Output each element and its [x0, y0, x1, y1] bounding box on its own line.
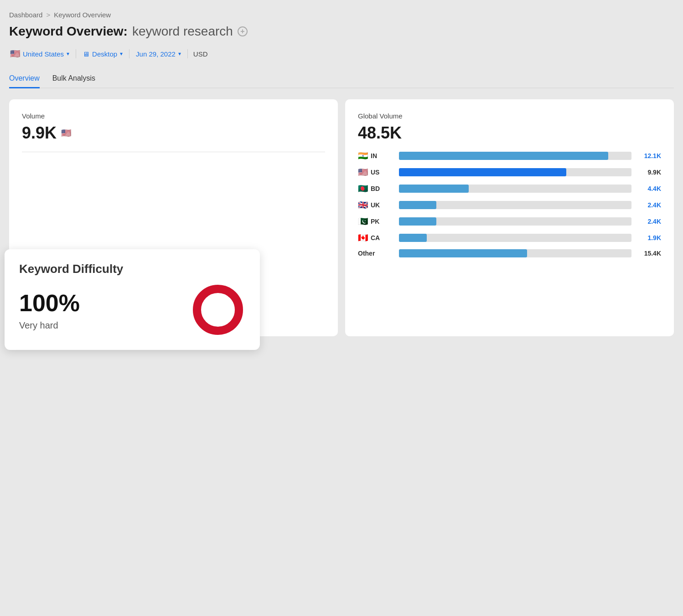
country-row: 🇨🇦CA1.9K — [358, 233, 661, 243]
volume-label: Volume — [22, 112, 325, 120]
bar-container-pk — [399, 217, 631, 226]
bar-fill-pk — [399, 217, 436, 226]
country-value-bd: 4.4K — [636, 185, 661, 192]
bar-container-bd — [399, 185, 631, 193]
page-title-prefix: Keyword Overview: — [9, 24, 128, 39]
global-volume-value: 48.5K — [358, 123, 661, 143]
flag-code-in: 🇮🇳IN — [358, 151, 394, 161]
bar-fill-uk — [399, 201, 436, 209]
volume-card: Volume 9.9K 🇺🇸 Keyword Difficulty 100% V… — [9, 99, 338, 336]
country-row: 🇺🇸US9.9K — [358, 167, 661, 177]
country-row: 🇬🇧UK2.4K — [358, 200, 661, 210]
global-volume-card: Global Volume 48.5K 🇮🇳IN12.1K🇺🇸US9.9K🇧🇩B… — [345, 99, 674, 336]
currency-label: USD — [193, 50, 208, 58]
monitor-icon: 🖥 — [83, 50, 89, 58]
country-row: 🇮🇳IN12.1K — [358, 151, 661, 161]
date-chevron-icon: ▾ — [178, 51, 181, 57]
flag-code-ca: 🇨🇦CA — [358, 233, 394, 243]
flag-code-pk: 🇵🇰PK — [358, 216, 394, 226]
bar-fill-us — [399, 168, 566, 176]
breadcrumb-parent[interactable]: Dashboard — [9, 11, 42, 19]
kd-description: Very hard — [19, 320, 80, 331]
bar-container-other — [399, 249, 631, 257]
device-chevron-icon: ▾ — [120, 51, 123, 57]
breadcrumb: Dashboard > Keyword Overview — [9, 11, 674, 19]
breadcrumb-current: Keyword Overview — [54, 11, 111, 19]
tab-bulk-analysis[interactable]: Bulk Analysis — [52, 70, 95, 88]
bar-fill-ca — [399, 234, 427, 242]
country-list: 🇮🇳IN12.1K🇺🇸US9.9K🇧🇩BD4.4K🇬🇧UK2.4K🇵🇰PK2.4… — [358, 151, 661, 257]
tab-bar: Overview Bulk Analysis — [9, 70, 674, 88]
country-label: United States — [23, 50, 64, 58]
filter-divider-2 — [129, 49, 129, 58]
global-volume-label: Global Volume — [358, 112, 661, 120]
bar-fill-in — [399, 152, 608, 160]
kd-body: 100% Very hard — [19, 282, 245, 337]
flag-code-bd: 🇧🇩BD — [358, 184, 394, 194]
filter-bar: 🇺🇸 United States ▾ 🖥 Desktop ▾ Jun 29, 2… — [9, 47, 674, 61]
other-value: 15.4K — [636, 250, 661, 257]
other-label: Other — [358, 250, 394, 257]
date-filter-button[interactable]: Jun 29, 2022 ▾ — [135, 48, 182, 60]
add-keyword-icon[interactable]: + — [238, 26, 248, 36]
country-row: 🇧🇩BD4.4K — [358, 184, 661, 194]
other-row: Other15.4K — [358, 249, 661, 257]
country-flag: 🇺🇸 — [10, 49, 20, 59]
bar-container-ca — [399, 234, 631, 242]
country-row: 🇵🇰PK2.4K — [358, 216, 661, 226]
date-label: Jun 29, 2022 — [136, 50, 176, 58]
page-title: Keyword Overview: keyword research + — [9, 24, 674, 39]
kd-donut-chart — [191, 282, 245, 337]
tab-overview[interactable]: Overview — [9, 70, 40, 88]
main-grid: Volume 9.9K 🇺🇸 Keyword Difficulty 100% V… — [9, 99, 674, 336]
volume-number: 9.9K — [22, 123, 57, 143]
kd-left: 100% Very hard — [19, 289, 80, 331]
flag-code-uk: 🇬🇧UK — [358, 200, 394, 210]
country-value-uk: 2.4K — [636, 201, 661, 209]
global-volume-number: 48.5K — [358, 123, 402, 143]
country-value-us: 9.9K — [636, 169, 661, 176]
country-value-ca: 1.9K — [636, 234, 661, 241]
keyword-difficulty-popup: Keyword Difficulty 100% Very hard — [5, 249, 260, 350]
volume-flag: 🇺🇸 — [61, 128, 71, 138]
kd-title: Keyword Difficulty — [19, 262, 245, 276]
country-filter-button[interactable]: 🇺🇸 United States ▾ — [9, 47, 70, 61]
bar-fill-bd — [399, 185, 469, 193]
country-value-in: 12.1K — [636, 152, 661, 159]
device-filter-button[interactable]: 🖥 Desktop ▾ — [82, 48, 124, 60]
flag-code-us: 🇺🇸US — [358, 167, 394, 177]
country-chevron-icon: ▾ — [67, 51, 69, 57]
filter-divider-3 — [187, 49, 188, 58]
filter-divider-1 — [76, 49, 76, 58]
page-title-keyword: keyword research — [132, 24, 233, 39]
volume-value: 9.9K 🇺🇸 — [22, 123, 325, 143]
volume-divider — [22, 152, 325, 152]
kd-percent: 100% — [19, 289, 80, 317]
svg-point-2 — [204, 296, 232, 323]
bar-container-uk — [399, 201, 631, 209]
breadcrumb-separator: > — [46, 11, 50, 19]
country-value-pk: 2.4K — [636, 218, 661, 225]
bar-container-in — [399, 152, 631, 160]
bar-container-us — [399, 168, 631, 176]
bar-fill-other — [399, 249, 527, 257]
device-label: Desktop — [92, 50, 117, 58]
